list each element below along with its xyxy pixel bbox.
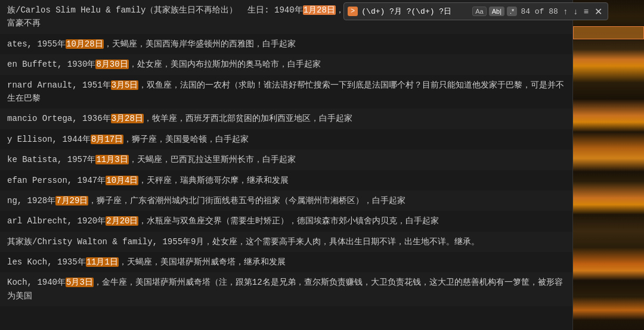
list-item: ke Batista, 1957年11月3日，天蝎座，巴西瓦拉达里斯州长市，白手… bbox=[0, 150, 572, 170]
date-highlight: 10月4日 bbox=[106, 176, 138, 185]
date-highlight: 10月28日 bbox=[66, 39, 104, 49]
list-item: ates, 1955年10月28日，天蝎座，美国西海岸华盛顿州的西雅图，白手起家 bbox=[0, 34, 572, 54]
date-highlight: 3月28日 bbox=[111, 114, 144, 123]
search-navigation: ↑ ↓ ≡ ✕ bbox=[562, 6, 604, 17]
content-area: 族/Carlos Slim Helu & family（其家族生日不再给出） 生… bbox=[0, 0, 572, 330]
date-highlight: 11月1日 bbox=[86, 257, 119, 267]
list-item: les Koch, 1935年11月1日，天蝎座，美国堪萨斯州威奇塔，继承和发展 bbox=[0, 252, 572, 272]
next-match-button[interactable]: ↓ bbox=[572, 7, 580, 16]
date-highlight: 5月3日 bbox=[66, 278, 94, 287]
date-highlight: 11月3日 bbox=[95, 155, 128, 164]
whole-word-button[interactable]: Ab| bbox=[489, 7, 504, 16]
case-sensitive-button[interactable]: Aa bbox=[472, 7, 486, 16]
minimap-indicator[interactable] bbox=[573, 26, 644, 39]
date-highlight: 2月20日 bbox=[106, 216, 138, 226]
date-highlight: 3月5日 bbox=[111, 80, 139, 90]
date-highlight: 8月30日 bbox=[95, 60, 128, 69]
regex-button[interactable]: .* bbox=[507, 7, 517, 16]
list-item: 其家族/Christy Walton & family, 1955年9月，处女座… bbox=[0, 232, 572, 252]
regex-arrow-icon: > bbox=[348, 7, 358, 16]
list-item: efan Persson, 1947年10月4日，天秤座，瑞典斯德哥尔摩，继承和… bbox=[0, 170, 572, 191]
list-item: arl Albrecht, 1920年2月20日，水瓶座与双鱼座交界（需要生时矫… bbox=[0, 211, 572, 231]
search-bar: > Aa Ab| .* 84 of 88 ↑ ↓ ≡ ✕ bbox=[343, 2, 608, 20]
show-all-button[interactable]: ≡ bbox=[582, 7, 590, 16]
list-item: ng, 1928年7月29日，狮子座，广东省潮州城内北门街面线巷五号的祖家（今属… bbox=[0, 191, 572, 211]
list-item: mancio Ortega, 1936年3月28日，牧羊座，西班牙西北部贫困的加… bbox=[0, 108, 572, 129]
list-item: Koch, 1940年5月3日，金牛座，美国堪萨斯州威奇塔（注，跟第12名是兄弟… bbox=[0, 272, 572, 306]
minimap bbox=[573, 0, 644, 330]
list-item: y Ellison, 1944年8月17日，狮子座，美国曼哈顿，白手起家 bbox=[0, 129, 572, 150]
list-item: en Buffett, 1930年8月30日，处女座，美国内布拉斯加州的奥马哈市… bbox=[0, 54, 572, 74]
prev-match-button[interactable]: ↑ bbox=[562, 7, 569, 16]
date-highlight: 1月28日 bbox=[303, 5, 336, 15]
search-input[interactable] bbox=[361, 7, 469, 16]
list-item: rnard Arnault, 1951年3月5日，双鱼座，法国的一农村（求助！谁… bbox=[0, 75, 572, 109]
search-count: 84 of 88 bbox=[521, 7, 558, 16]
search-options: Aa Ab| .* bbox=[472, 7, 517, 16]
close-search-button[interactable]: ✕ bbox=[593, 6, 604, 17]
minimap-sidebar bbox=[572, 0, 644, 330]
date-highlight: 8月17日 bbox=[91, 135, 123, 144]
date-highlight: 7月29日 bbox=[55, 196, 88, 206]
